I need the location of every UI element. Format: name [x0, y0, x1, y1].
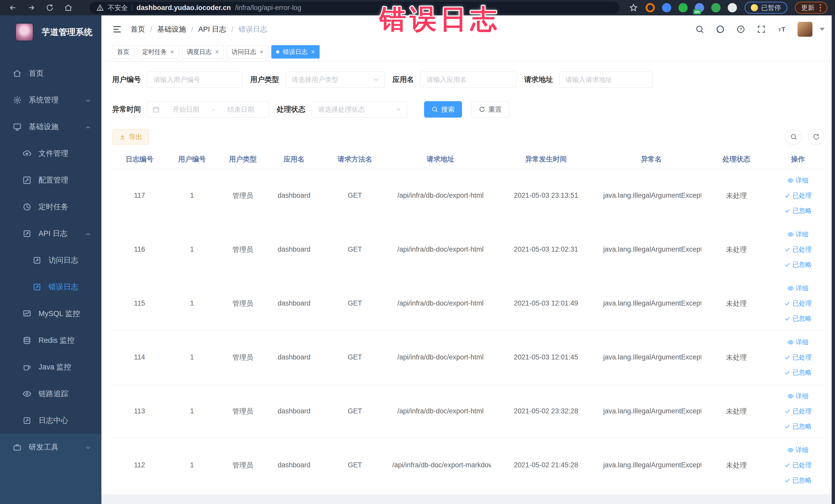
extension-2-icon[interactable]	[662, 3, 671, 12]
tab-错误日志[interactable]: 错误日志×	[271, 45, 320, 59]
close-icon[interactable]: ×	[215, 49, 219, 55]
app-name-input[interactable]	[420, 72, 516, 88]
table-header-row: 日志编号用户编号用户类型应用名请求方法名请求地址异常发生时间异常名处理状态操作	[112, 150, 824, 169]
cell-status: 未处理	[701, 277, 772, 330]
github-icon[interactable]	[715, 24, 725, 34]
sidebar-item-log-center[interactable]: 日志中心	[0, 407, 101, 434]
paused-label: 已暂停	[761, 3, 781, 12]
table-row: 1121管理员dashboardGET/api/infra/db-doc/exp…	[112, 438, 824, 492]
doc-edit-icon	[33, 256, 41, 265]
action-详细[interactable]: 详细	[788, 284, 809, 293]
cell-id: 112	[112, 438, 167, 492]
action-已处理[interactable]: 已处理	[784, 353, 812, 362]
reload-icon[interactable]	[45, 3, 55, 13]
scrollbar-track[interactable]	[832, 15, 835, 504]
extension-1-icon[interactable]	[646, 3, 655, 12]
sidebar-item-access-log[interactable]: 访问日志	[0, 247, 101, 274]
action-详细[interactable]: 详细	[788, 176, 809, 185]
extension-4-icon[interactable]: on	[695, 3, 704, 12]
sidebar-item-config[interactable]: 配置管理	[0, 167, 101, 194]
back-icon[interactable]	[8, 3, 18, 13]
action-详细[interactable]: 详细	[788, 338, 809, 346]
sidebar-item-mysql[interactable]: MySQL 监控	[0, 300, 101, 327]
tab-label: 错误日志	[283, 48, 307, 56]
action-详细[interactable]: 详细	[788, 446, 809, 454]
action-已处理[interactable]: 已处理	[784, 191, 812, 200]
forward-icon[interactable]	[26, 3, 37, 13]
check-icon	[784, 462, 790, 468]
breadcrumb-item[interactable]: 基础设施	[157, 24, 186, 34]
action-已处理[interactable]: 已处理	[784, 245, 812, 254]
check-icon	[784, 208, 790, 214]
svg-text:?: ?	[739, 27, 742, 32]
user-type-select[interactable]: 请选择用户类型	[285, 72, 385, 88]
tab-访问日志[interactable]: 访问日志×	[227, 45, 268, 59]
action-详细[interactable]: 详细	[788, 230, 809, 239]
action-已忽略[interactable]: 已忽略	[784, 314, 812, 323]
action-已处理[interactable]: 已处理	[784, 461, 812, 469]
sidebar-item-system[interactable]: 系统管理	[0, 87, 101, 114]
close-icon[interactable]: ×	[311, 49, 315, 55]
tab-首页[interactable]: 首页	[112, 45, 134, 59]
user-id-input[interactable]	[147, 72, 243, 88]
sidebar-item-infra[interactable]: 基础设施	[0, 114, 101, 140]
action-已忽略[interactable]: 已忽略	[784, 260, 812, 269]
sidebar-item-job[interactable]: 定时任务	[0, 194, 101, 220]
table-tools	[786, 129, 824, 145]
search-icon[interactable]	[695, 24, 705, 34]
sidebar-item-trace[interactable]: 链路追踪	[0, 381, 101, 407]
hamburger-icon[interactable]	[111, 24, 122, 35]
action-已忽略[interactable]: 已忽略	[784, 206, 812, 215]
sidebar-item-dev-tools[interactable]: 研发工具	[0, 434, 101, 461]
caret-down-icon[interactable]	[820, 28, 825, 31]
action-详细[interactable]: 详细	[788, 392, 809, 400]
sidebar-item-api-log[interactable]: API 日志	[0, 220, 101, 247]
close-icon[interactable]: ×	[170, 49, 174, 55]
extension-3-icon[interactable]	[678, 3, 688, 12]
more-vert-icon[interactable]	[820, 4, 821, 11]
breadcrumb-item[interactable]: 首页	[131, 24, 145, 34]
app-logo[interactable]: 芋道管理系统	[0, 15, 101, 49]
toggle-search-button[interactable]	[786, 129, 802, 145]
bookmark-star-icon[interactable]	[629, 3, 638, 12]
cell-method: GET	[320, 384, 390, 438]
action-已处理[interactable]: 已处理	[784, 299, 812, 308]
sidebar-item-java[interactable]: Java 监控	[0, 354, 101, 381]
tab-定时任务[interactable]: 定时任务×	[137, 45, 179, 59]
date-range-picker[interactable]: 开始日期 - 结束日期	[147, 101, 269, 118]
breadcrumb-item[interactable]: API 日志	[199, 24, 226, 34]
home-icon[interactable]	[63, 3, 74, 13]
cell-url: /api/infra/db-doc/export-html	[390, 330, 491, 384]
font-size-icon[interactable]: TT	[777, 24, 787, 34]
help-icon[interactable]: ?	[736, 24, 746, 34]
reset-button[interactable]: 重置	[471, 101, 509, 118]
extension-5-icon[interactable]	[711, 3, 720, 12]
export-button[interactable]: 导出	[112, 129, 149, 144]
refresh-table-button[interactable]	[808, 129, 824, 145]
extension-6-icon[interactable]	[728, 3, 737, 12]
action-已忽略[interactable]: 已忽略	[784, 476, 812, 484]
fullscreen-icon[interactable]	[756, 24, 766, 34]
close-icon[interactable]: ×	[260, 49, 263, 55]
paused-button[interactable]: 已暂停	[745, 2, 787, 14]
sidebar-item-file[interactable]: 文件管理	[0, 140, 101, 167]
sidebar-item-label: 日志中心	[39, 416, 68, 426]
column-header: 日志编号	[112, 150, 167, 169]
request-url-input[interactable]	[559, 72, 653, 88]
avatar[interactable]	[797, 22, 812, 37]
process-status-select[interactable]: 请选择处理状态	[312, 101, 407, 118]
sidebar-item-error-log[interactable]: 错误日志	[0, 274, 101, 300]
sidebar-item-redis[interactable]: Redis 监控	[0, 327, 101, 354]
search-button[interactable]: 搜索	[424, 101, 462, 118]
action-label: 已处理	[792, 461, 812, 469]
sidebar-item-home[interactable]: 首页	[0, 60, 101, 87]
action-已忽略[interactable]: 已忽略	[784, 368, 812, 377]
action-已忽略[interactable]: 已忽略	[784, 422, 812, 430]
tab-调度日志[interactable]: 调度日志×	[182, 45, 224, 59]
action-已处理[interactable]: 已处理	[784, 407, 812, 416]
check-icon	[784, 193, 790, 199]
address-bar[interactable]: 不安全 dashboard.yudao.iocoder.cn/infra/log…	[89, 2, 619, 14]
download-icon	[119, 134, 126, 140]
calendar-icon	[152, 106, 160, 113]
update-button[interactable]: 更新	[795, 2, 827, 14]
